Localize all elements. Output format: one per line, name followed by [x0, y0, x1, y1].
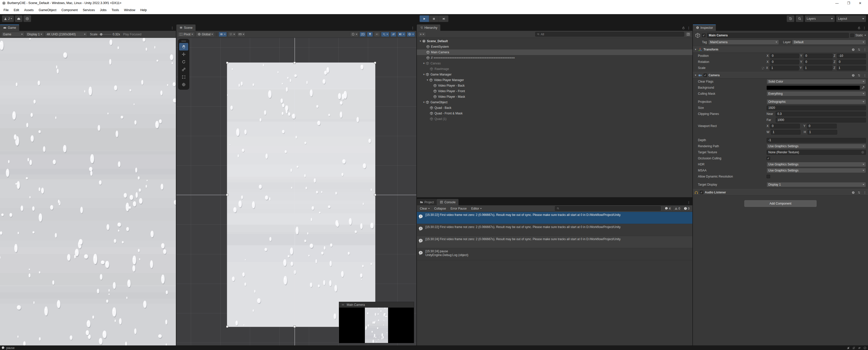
scale-slider-knob[interactable] [100, 33, 102, 36]
undo-history-button[interactable] [787, 16, 794, 22]
camera-preview-overlay[interactable]: Main Camera [339, 302, 414, 343]
global-dropdown[interactable]: Global [196, 32, 215, 37]
help-icon[interactable] [851, 48, 855, 51]
compile-off-icon[interactable] [858, 347, 861, 350]
preset-icon[interactable] [858, 48, 861, 51]
lock-icon[interactable] [682, 26, 685, 30]
scale-z-field[interactable]: 1 [837, 66, 866, 70]
tab-inspector[interactable]: Inspector [693, 25, 716, 31]
log-entry[interactable]: [15:30:24] pause UnityEngine.Debug:Log (… [417, 248, 692, 260]
rendering-path-dropdown[interactable]: Use Graphics Settings [767, 144, 866, 149]
menu-assets[interactable]: Assets [22, 6, 36, 14]
log-entry[interactable]: [15:30:24] First video frame not zero: 2… [417, 236, 692, 248]
status-message[interactable]: pause [6, 346, 14, 350]
allow-dynamic-resolution-checkbox[interactable] [767, 175, 770, 178]
tab-scene[interactable]: Scene [176, 25, 195, 31]
size-field[interactable]: 1920 [767, 106, 866, 110]
scale-slider[interactable] [98, 34, 112, 35]
layers-dropdown[interactable]: Layers [805, 16, 835, 22]
collapse-button[interactable]: Collapse [432, 205, 448, 212]
tag-dropdown[interactable]: MainCamera [708, 40, 779, 45]
selection-handle[interactable] [226, 326, 228, 327]
menu-jobs[interactable]: Jobs [97, 6, 109, 14]
menu-tools[interactable]: Tools [109, 6, 121, 14]
selection-handle[interactable] [374, 62, 376, 64]
debugger-detached-icon[interactable] [847, 347, 850, 350]
add-component-button[interactable]: Add Component [744, 200, 816, 207]
game-view[interactable] [0, 38, 176, 346]
depth-field[interactable]: -1 [767, 138, 866, 143]
preset-icon[interactable] [858, 74, 861, 77]
account-dropdown[interactable]: J [2, 16, 14, 22]
scale-tool-button[interactable] [179, 66, 188, 73]
expand-arrow-icon[interactable]: ▼ [423, 73, 426, 76]
drag-handle-icon[interactable] [341, 303, 345, 307]
lock-icon[interactable] [858, 26, 861, 30]
clear-flags-dropdown[interactable]: Solid Color [767, 79, 866, 84]
hierarchy-menu-icon[interactable]: ⋮ [687, 26, 690, 30]
search-button[interactable] [796, 16, 803, 22]
effects-dropdown[interactable] [381, 32, 389, 37]
clear-button[interactable]: Clear [418, 205, 432, 212]
scene-view[interactable]: Main Camera [176, 38, 416, 346]
game-display-dropdown[interactable]: Display 1 [26, 32, 44, 37]
play-focused-dropdown[interactable]: Play Focused [123, 33, 142, 36]
selection-handle[interactable] [294, 326, 296, 327]
preset-icon[interactable] [858, 191, 861, 194]
transform-tool-button[interactable] [179, 81, 188, 88]
expand-arrow-icon[interactable]: ▼ [423, 101, 426, 104]
audio-listener-header[interactable]: ✓ Audio Listener ⋮ [693, 189, 868, 196]
scene-panel-menu-icon[interactable]: ⋮ [411, 26, 414, 30]
editor-dropdown[interactable]: Editor [469, 205, 484, 212]
viewport-h-field[interactable]: 1 [807, 130, 837, 135]
hierarchy-item[interactable]: // =====================================… [417, 55, 692, 61]
audio-toggle-button[interactable] [374, 32, 380, 37]
hierarchy-item-disabled[interactable]: ▼ Canvas [417, 61, 692, 66]
target-display-dropdown[interactable]: Display 1 [767, 182, 866, 187]
viewport-x-field[interactable]: 0 [770, 124, 800, 128]
projection-dropdown[interactable]: Orthographic [767, 99, 866, 104]
selection-handle[interactable] [226, 62, 228, 64]
scale-y-field[interactable]: 1 [803, 66, 833, 70]
selection-handle[interactable] [294, 62, 296, 64]
move-tool-button[interactable] [179, 51, 188, 58]
menu-help[interactable]: Help [138, 6, 149, 14]
console-search-input[interactable] [555, 206, 661, 211]
tab-console[interactable]: Console [437, 199, 459, 205]
viewport-w-field[interactable]: 1 [771, 130, 801, 135]
overlay-drag-handle[interactable] [179, 40, 188, 42]
near-clip-field[interactable]: 0.3 [776, 112, 866, 116]
component-menu-icon[interactable]: ⋮ [863, 48, 867, 52]
menu-file[interactable]: File [1, 6, 11, 14]
snap-toggle-button[interactable] [228, 32, 236, 37]
transform-component-header[interactable]: ▼ Transform ⋮ [693, 46, 868, 53]
rotation-z-field[interactable]: 0 [837, 60, 866, 64]
help-icon[interactable] [851, 74, 855, 77]
game-panel-menu-icon[interactable]: ⋮ [170, 26, 174, 30]
scene-camera-settings-dropdown[interactable] [350, 32, 359, 37]
close-button[interactable]: ✕ [855, 0, 866, 6]
occlusion-culling-checkbox[interactable]: ✓ [767, 156, 770, 160]
rect-tool-button[interactable] [179, 73, 188, 81]
static-checkbox[interactable] [850, 34, 854, 37]
hierarchy-item-scene[interactable]: ▼ Scene_Default [417, 38, 692, 44]
tab-hierarchy[interactable]: Hierarchy [417, 25, 440, 31]
info-count-toggle[interactable]: 4 [663, 206, 673, 211]
background-color-swatch[interactable] [767, 86, 860, 90]
rotate-tool-button[interactable] [179, 58, 188, 66]
far-clip-field[interactable]: 1000 [776, 118, 866, 122]
position-y-field[interactable]: 0 [804, 54, 833, 58]
hierarchy-item[interactable]: Quad - Back [417, 105, 692, 111]
hierarchy-item-disabled[interactable]: RawImage [417, 66, 692, 72]
pause-button[interactable] [429, 16, 439, 22]
menu-component[interactable]: Component [59, 6, 80, 14]
foldout-arrow-icon[interactable]: ▼ [694, 48, 697, 51]
scale-x-field[interactable]: 1 [770, 66, 799, 70]
eyedropper-icon[interactable] [862, 86, 866, 89]
hierarchy-item[interactable]: EventSystem [417, 44, 692, 50]
hierarchy-item[interactable]: ▼ GameObject [417, 99, 692, 105]
component-menu-icon[interactable]: ⋮ [863, 74, 867, 77]
target-texture-field[interactable]: None (Render Texture) [767, 150, 866, 155]
expand-arrow-icon[interactable]: ▼ [423, 62, 426, 65]
camera-component-header[interactable]: ▼ ✓ Camera ⋮ [693, 72, 868, 79]
